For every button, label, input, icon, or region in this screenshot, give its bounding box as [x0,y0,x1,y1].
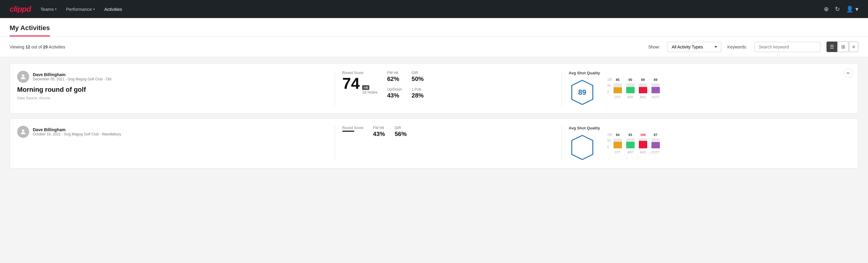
fw-hit-value: 62% [387,76,402,83]
bar2-arg: 106 ARG [639,133,647,154]
bar-chart-2: 100 50 0 94 OTT 93 [607,133,660,154]
avg-quality-section-2: Avg Shot Quality [569,126,600,161]
bar-app: 90 APP [626,78,634,99]
nav-teams[interactable]: Teams ▾ [40,4,57,14]
navbar-left: clippd Teams ▾ Performance ▾ Activities [10,4,122,14]
app-label: APP [627,96,633,99]
one-putt-value: 28% [412,92,424,99]
arg2-value: 106 [640,133,646,137]
app2-label: APP [627,151,633,154]
arg2-label: ARG [640,151,646,154]
ott-value: 85 [616,78,620,82]
grid-view-button[interactable]: ⊞ [838,41,848,52]
navbar: clippd Teams ▾ Performance ▾ Activities … [0,0,868,18]
edit-button[interactable]: ✏ [844,68,853,78]
round-title: Morning round of golf [17,86,328,94]
hex-badge: 89 [569,79,596,106]
app2-value: 93 [629,133,632,137]
arg-value: 89 [641,78,645,82]
bar-putt: 89 PUTT [651,78,660,99]
svg-marker-3 [572,136,593,159]
gir-label-2: GIR [395,126,407,130]
gir-value: 50% [412,76,424,83]
user-name: Dave Billingham [33,72,111,77]
keywords-label: Keywords: [727,45,747,49]
activities-list: ✏ Dave Billingham December 05, 2021 - Go… [0,57,868,175]
score-dash [342,130,354,132]
hex-badge-2 [569,134,596,161]
ott2-value: 94 [616,133,620,137]
toolbar: Viewing 12 out of 29 Activities Show: Al… [0,37,868,57]
gir-block-2: GIR 56% [395,126,407,138]
hex-value: 89 [578,88,586,96]
view-buttons: ☰ ⊞ ≡ [827,41,858,52]
add-icon[interactable]: ⊕ [824,5,829,12]
svg-point-0 [22,74,24,77]
fw-gir-block: FW Hit 62% Up/Down 43% [387,71,402,99]
up-down-label: Up/Down [387,87,402,91]
gir-label: GIR [412,71,424,75]
arg-label: ARG [640,96,646,99]
card-stats: Round Score 74 +4 18 Holes FW Hit 62% [342,71,554,99]
activity-card-2: Dave Billingham October 16, 2021 - Gog M… [10,118,858,169]
search-input[interactable] [754,42,820,52]
bar-arg: 89 ARG [639,78,647,99]
round-score-label-2: Round Score [342,126,363,130]
user-info: Dave Billingham December 05, 2021 - Gog … [33,72,111,81]
user-info-2: Dave Billingham October 16, 2021 - Gog M… [33,127,121,136]
chart2-y-100: 100 [607,133,612,136]
card-quality: Avg Shot Quality 89 100 50 0 [569,71,851,106]
score-block-2: Round Score [342,126,363,138]
user-row-2: Dave Billingham October 16, 2021 - Gog M… [17,126,328,138]
up-down-value: 43% [387,92,402,99]
round-score-label: Round Score [342,71,377,75]
nav-performance[interactable]: Performance ▾ [66,4,95,14]
user-row: Dave Billingham December 05, 2021 - Gog … [17,71,328,83]
nav-activities[interactable]: Activities [104,4,122,14]
gir-value-2: 56% [395,130,407,138]
bar2-ott: 94 OTT [614,133,622,154]
ott2-label: OTT [615,151,621,154]
navbar-right: ⊕ ↻ 👤 ▾ [824,5,858,12]
user-avatar-icon[interactable]: 👤 ▾ [846,5,858,12]
svg-point-2 [22,129,24,132]
chart-y-0: 0 [607,90,612,94]
activity-card: ✏ Dave Billingham December 05, 2021 - Go… [10,63,858,113]
page-header: My Activities [0,18,868,37]
refresh-icon[interactable]: ↻ [835,5,840,12]
avg-quality-section: Avg Shot Quality 89 [569,71,600,106]
bar-chart: 100 50 0 85 OTT [607,78,660,99]
page-title: My Activities [10,18,50,36]
score-row: 74 +4 18 Holes [342,76,377,94]
card-quality-2: Avg Shot Quality 100 50 0 [569,126,851,161]
list-view-button[interactable]: ☰ [827,41,837,52]
user-name-2: Dave Billingham [33,127,121,132]
activity-type-select[interactable]: All Activity Types [667,42,721,52]
holes-value: 18 Holes [362,90,377,94]
bar2-app: 93 APP [626,133,634,154]
compact-view-button[interactable]: ≡ [849,41,858,52]
user-date-2: October 16, 2021 - Gog Magog Golf Club -… [33,132,121,136]
viewing-text: Viewing 12 out of 29 Activities [10,45,642,49]
putt-label: PUTT [652,96,659,99]
show-label: Show: [648,45,660,49]
card-info-2: Dave Billingham October 16, 2021 - Gog M… [17,126,328,141]
avg-quality-label: Avg Shot Quality [569,71,600,75]
performance-chevron-icon: ▾ [93,7,95,11]
chart2-y-50: 50 [607,139,612,142]
score-value: 74 [342,76,360,91]
score-block: Round Score 74 +4 18 Holes [342,71,377,99]
bar-ott: 85 OTT [614,78,622,99]
score-badge: +4 [362,85,370,90]
bar2-putt: 87 PUTT [651,133,660,154]
card-info: Dave Billingham December 05, 2021 - Gog … [17,71,328,100]
one-putt-label: 1 Putt [412,87,424,91]
logo: clippd [10,4,31,14]
fw-hit-label-2: FW Hit [373,126,385,130]
avg-quality-label-2: Avg Shot Quality [569,126,600,130]
chart-y-100: 100 [607,78,612,81]
chart2-y-0: 0 [607,145,612,149]
data-source: Data Source: Arccos [17,96,328,100]
putt-value: 89 [654,78,657,82]
avatar-2 [17,126,29,138]
